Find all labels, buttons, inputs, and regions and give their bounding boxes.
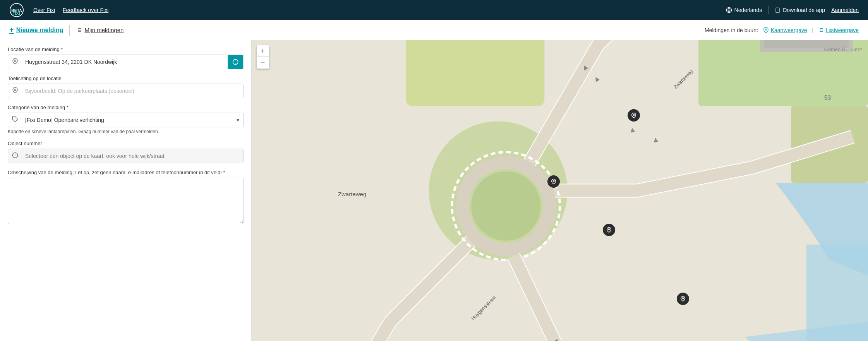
- zoom-controls: + −: [256, 45, 269, 69]
- main-layout: Locatie van de melding * Toelichting op …: [0, 40, 868, 341]
- toelichting-label: Toelichting op de locatie: [8, 75, 244, 81]
- marker-icon-4: [680, 296, 686, 302]
- svg-point-13: [765, 29, 767, 30]
- omschrijving-group: Omschrijving van de melding; Let op, zet…: [8, 170, 244, 225]
- gameo-label: Gameo R... Cent: [824, 46, 862, 52]
- svg-text:▲: ▲: [628, 125, 637, 134]
- map-marker-3[interactable]: [603, 224, 615, 236]
- header-divider: [768, 6, 769, 14]
- nieuwe-melding-link[interactable]: + Nieuwe melding: [9, 26, 63, 34]
- svg-rect-5: [776, 8, 779, 13]
- locatie-input[interactable]: [22, 55, 228, 69]
- svg-point-51: [609, 229, 610, 230]
- left-panel: Locatie van de melding * Toelichting op …: [0, 40, 252, 341]
- zwarteweg-center-label: Zwarteweg: [338, 191, 366, 197]
- nieuwe-melding-label: Nieuwe melding: [16, 27, 63, 34]
- fixi-logo-icon: BETA fixi: [9, 3, 24, 17]
- map-label-53: 53: [824, 94, 831, 101]
- download-app-link[interactable]: Download de app: [775, 7, 825, 13]
- zoom-out-button[interactable]: −: [257, 57, 269, 69]
- phone-icon: [775, 7, 781, 13]
- toelichting-pin-icon: [8, 87, 22, 95]
- over-fixi-link[interactable]: Over Fixi: [33, 7, 55, 13]
- marker-icon-1: [631, 113, 636, 118]
- chevron-down-icon: ▾: [233, 117, 243, 123]
- svg-point-20: [14, 60, 16, 62]
- svg-rect-33: [406, 40, 544, 106]
- mijn-meldingen-link[interactable]: Mijn meldingen: [76, 27, 124, 33]
- subheader-left: + Nieuwe melding Mijn meldingen: [9, 25, 124, 36]
- toelichting-input[interactable]: [22, 84, 243, 98]
- marker-icon-3: [606, 227, 612, 233]
- categorie-hint: Kapotte en scheve lantaarnpalen. Graag n…: [8, 129, 244, 134]
- kaartweergave-label: Kaartweergave: [771, 27, 807, 33]
- subheader-right: Meldingen in de buurt: Kaartweergave | L…: [705, 27, 859, 33]
- svg-text:▲: ▲: [651, 135, 660, 144]
- lijstweergave-label: Lijstweergave: [825, 27, 859, 33]
- view-divider: |: [812, 27, 813, 33]
- svg-point-26: [14, 89, 16, 91]
- lijstweergave-link[interactable]: Lijstweergave: [818, 27, 859, 33]
- list2-icon: [818, 27, 823, 33]
- zoom-in-button[interactable]: +: [257, 45, 269, 57]
- location-icon: [763, 27, 769, 33]
- logo-link[interactable]: BETA fixi: [9, 3, 24, 17]
- object-input-wrapper: [8, 149, 244, 163]
- header-right: Nederlands Download de app Aanmelden: [726, 6, 859, 14]
- aanmelden-link[interactable]: Aanmelden: [831, 7, 859, 13]
- header-nav: Over Fixi Feedback over Fixi: [33, 7, 717, 13]
- geolocate-button[interactable]: [228, 55, 243, 69]
- meldingen-label: Meldingen in de buurt:: [705, 27, 758, 33]
- locatie-input-wrapper: [8, 55, 244, 69]
- toelichting-group: Toelichting op de locatie: [8, 75, 244, 98]
- map-marker-1[interactable]: [628, 109, 640, 122]
- crosshair-icon: [232, 59, 238, 65]
- tag-icon: [8, 116, 22, 124]
- mijn-meldingen-label: Mijn meldingen: [84, 27, 124, 33]
- categorie-select-wrapper: [Fixi Demo] Openbare verlichting ▾: [8, 113, 244, 127]
- subheader-divider: [69, 25, 70, 36]
- subheader: + Nieuwe melding Mijn meldingen Meldinge…: [0, 20, 868, 40]
- locatie-label: Locatie van de melding *: [8, 46, 244, 52]
- map-marker-4[interactable]: [677, 293, 689, 305]
- svg-text:fixi: fixi: [13, 10, 20, 16]
- main-header: BETA fixi Over Fixi Feedback over Fixi N…: [0, 0, 868, 20]
- svg-point-39: [471, 171, 540, 241]
- categorie-select[interactable]: [Fixi Demo] Openbare verlichting: [22, 113, 233, 127]
- categorie-group: Categorie van de melding * [Fixi Demo] O…: [8, 105, 244, 134]
- map-marker-2[interactable]: [547, 175, 560, 188]
- globe-icon: [726, 7, 732, 13]
- omschrijving-label: Omschrijving van de melding; Let op, zet…: [8, 170, 244, 175]
- marker-icon-2: [551, 179, 556, 184]
- list-icon: [76, 27, 82, 33]
- location-pin-icon: [8, 58, 22, 66]
- object-label: Object nummer: [8, 141, 244, 146]
- omschrijving-textarea[interactable]: [8, 178, 244, 224]
- info-icon: [8, 152, 22, 160]
- map-panel: ▲ ▲ ▲ ▲ ▲ ▲ Zwarteweg Zwarteweg Huygenss…: [252, 40, 868, 341]
- language-selector[interactable]: Nederlands: [726, 7, 762, 13]
- categorie-label: Categorie van de melding *: [8, 105, 244, 110]
- toelichting-input-wrapper: [8, 84, 244, 98]
- object-input[interactable]: [22, 149, 243, 163]
- kaartweergave-link[interactable]: Kaartweergave: [763, 27, 807, 33]
- plus-icon: +: [9, 26, 14, 34]
- locatie-group: Locatie van de melding *: [8, 46, 244, 69]
- svg-point-49: [633, 114, 635, 116]
- feedback-link[interactable]: Feedback over Fixi: [63, 7, 108, 13]
- omschrijving-wrapper: [8, 178, 244, 225]
- object-group: Object nummer: [8, 141, 244, 163]
- svg-point-50: [553, 180, 554, 182]
- svg-point-52: [683, 298, 684, 299]
